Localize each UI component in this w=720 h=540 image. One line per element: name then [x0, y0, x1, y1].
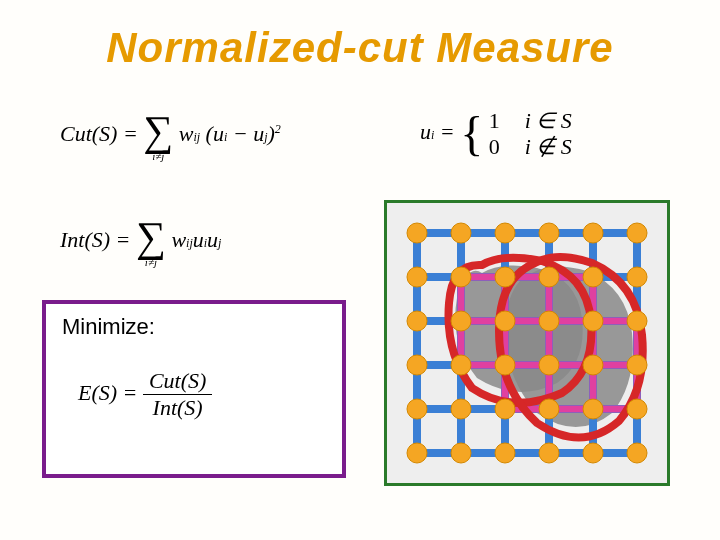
svg-point-47: [495, 399, 515, 419]
svg-point-32: [627, 267, 647, 287]
svg-point-24: [539, 223, 559, 243]
slide-title: Normalized-cut Measure: [0, 0, 720, 72]
svg-point-49: [583, 399, 603, 419]
svg-point-42: [539, 355, 559, 375]
svg-point-51: [407, 443, 427, 463]
svg-point-26: [627, 223, 647, 243]
int-w: w: [171, 227, 186, 252]
svg-point-48: [539, 399, 559, 419]
svg-point-33: [407, 311, 427, 331]
svg-point-31: [583, 267, 603, 287]
ui-case2-val: 0: [489, 134, 505, 160]
ui-case2-cond: i ∉ S: [525, 134, 572, 160]
int-u2: u: [207, 227, 218, 252]
cut-minus: − u: [227, 121, 264, 146]
cut-w-sub: ij: [193, 130, 200, 144]
ui-lhs: u: [420, 119, 431, 144]
svg-point-35: [495, 311, 515, 331]
cut-sq: 2: [275, 122, 281, 136]
svg-point-43: [583, 355, 603, 375]
svg-point-36: [539, 311, 559, 331]
int-w-sub: ij: [186, 236, 193, 250]
svg-point-53: [495, 443, 515, 463]
svg-point-46: [451, 399, 471, 419]
svg-point-39: [407, 355, 427, 375]
int-u2-sub: j: [218, 236, 221, 250]
graph-diagram: [384, 200, 670, 486]
svg-point-55: [583, 443, 603, 463]
equation-cut: Cut(S) = ∑ i≠j wij (ui − uj)2: [60, 110, 281, 162]
svg-point-40: [451, 355, 471, 375]
e-lhs: E(S) =: [78, 380, 137, 405]
svg-point-30: [539, 267, 559, 287]
sigma-icon: ∑: [143, 110, 173, 152]
svg-point-45: [407, 399, 427, 419]
svg-point-44: [627, 355, 647, 375]
equation-ui: ui = { 1 i ∈ S 0 i ∉ S: [420, 108, 572, 160]
cut-paren-close: ): [267, 121, 274, 146]
svg-point-52: [451, 443, 471, 463]
svg-point-56: [627, 443, 647, 463]
brace-icon: {: [460, 110, 483, 158]
int-u1: u: [193, 227, 204, 252]
graph-svg: [387, 203, 667, 483]
svg-point-29: [495, 267, 515, 287]
cut-w: w: [179, 121, 194, 146]
cut-paren-open: (u: [206, 121, 224, 146]
svg-point-41: [495, 355, 515, 375]
equation-energy: E(S) = Cut(S) Int(S): [78, 368, 212, 421]
ui-eq: =: [434, 119, 454, 144]
svg-point-23: [495, 223, 515, 243]
cut-lhs: Cut(S) =: [60, 121, 138, 146]
svg-point-38: [627, 311, 647, 331]
sigma-icon: ∑: [136, 216, 166, 258]
svg-point-21: [407, 223, 427, 243]
svg-point-22: [451, 223, 471, 243]
e-denominator: Int(S): [143, 395, 212, 421]
svg-point-25: [583, 223, 603, 243]
ui-case1-val: 1: [489, 108, 505, 134]
minimize-label: Minimize:: [46, 304, 342, 340]
svg-point-54: [539, 443, 559, 463]
svg-point-50: [627, 399, 647, 419]
e-numerator: Cut(S): [143, 368, 212, 395]
svg-point-37: [583, 311, 603, 331]
equation-int: Int(S) = ∑ i≠j wijuiuj: [60, 216, 221, 268]
svg-point-28: [451, 267, 471, 287]
svg-point-34: [451, 311, 471, 331]
svg-point-27: [407, 267, 427, 287]
int-lhs: Int(S) =: [60, 227, 130, 252]
ui-case1-cond: i ∈ S: [525, 108, 572, 134]
